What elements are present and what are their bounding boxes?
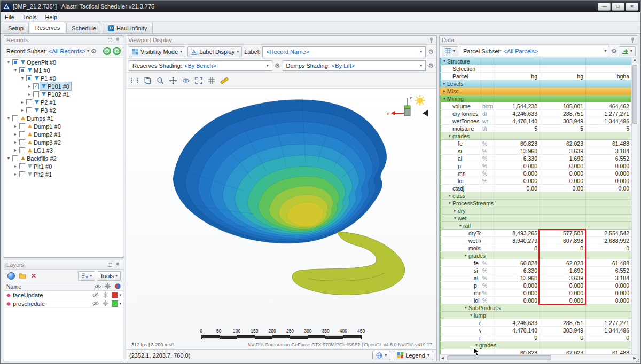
layer-row-preschedule[interactable]: ◆preschedule▾ [4, 299, 123, 308]
data-row-si[interactable]: si%13.9603.6393.184 [440, 147, 631, 155]
add-layer-button[interactable] [6, 271, 16, 281]
data-row-wettonnes[interactable]: wetTonnes8,940,279607,8982,688,992 [440, 237, 631, 244]
data-row-fe[interactable]: fe%60.82862.02361.488 [440, 140, 631, 147]
pin-icon[interactable] [114, 262, 121, 268]
tree-expand-icon[interactable]: ▸ [20, 100, 25, 105]
tab-haul-infinity[interactable]: H Haul Infinity [103, 23, 152, 33]
color-column-icon[interactable] [113, 283, 123, 289]
row-collapse-icon[interactable]: ▾ [447, 133, 452, 138]
ghost-icon[interactable] [100, 300, 111, 306]
row-expand-icon[interactable]: ▸ [442, 81, 447, 86]
dumps-shading-combo[interactable]: Dumps Shading: <By Lift> ▾ [283, 60, 426, 71]
visibility-column-icon[interactable] [92, 284, 103, 289]
reserves-shading-gear-icon[interactable]: ⚙ [275, 62, 280, 69]
tree-checkbox[interactable] [19, 139, 25, 145]
section-structure[interactable]: ▾Structure [440, 58, 631, 65]
data-row-loi[interactable]: loi%0.0000.0000.000 [440, 297, 631, 304]
data-row-ctadj[interactable]: ctadj0.000.000.00 [440, 185, 631, 192]
row-collapse-icon[interactable]: ▾ [442, 59, 447, 64]
pin-icon[interactable] [114, 37, 121, 43]
visibility-mode-button[interactable]: Visibility Mode ▾ [129, 46, 185, 57]
tab-schedule[interactable]: Schedule [66, 23, 101, 33]
tree-checkbox[interactable] [26, 75, 32, 81]
dumps-shading-gear-icon[interactable]: ⚙ [428, 62, 434, 69]
group-dry[interactable]: ▸dry [440, 207, 631, 215]
tree-expand-icon[interactable]: ▸ [20, 108, 25, 113]
refresh-records-button[interactable] [103, 47, 111, 55]
group-grades[interactable]: ▾grades [440, 252, 631, 259]
grid-toggle-button[interactable] [206, 75, 217, 86]
float-panel-icon[interactable] [107, 38, 113, 42]
group-wet[interactable]: ▾wet [440, 215, 631, 222]
row-collapse-icon[interactable]: ▾ [442, 96, 447, 101]
legend-button[interactable]: Legend ▾ [394, 351, 433, 360]
tree-expand-icon[interactable]: ▸ [27, 84, 32, 89]
tree-item-lg1-3[interactable]: ▸LG1 #3 [4, 146, 123, 154]
tree-checkbox[interactable] [26, 107, 32, 113]
tree-collapse-icon[interactable]: ▾ [6, 60, 11, 65]
data-row-moisture[interactable]: moisture000 [440, 244, 631, 252]
tree-collapse-icon[interactable]: ▾ [6, 156, 11, 161]
layer-color-swatch[interactable] [112, 292, 118, 298]
tree-item-p1-0[interactable]: ▾P1 #0 [4, 74, 123, 82]
data-row-si[interactable]: si%6.3301.6906.552 [440, 267, 631, 274]
tree-item-dumps-1[interactable]: ▾Dumps #1 [4, 114, 123, 122]
ghost-icon[interactable] [100, 292, 111, 298]
row-collapse-icon[interactable]: ▾ [447, 201, 452, 205]
parcel-subset-gear-icon[interactable]: ⚙ [611, 48, 617, 54]
ghost-column-icon[interactable] [103, 283, 113, 289]
data-row-loi[interactable]: loi%0.0000.0000.000 [440, 177, 631, 185]
data-row-al[interactable]: al%6.3301.6906.552 [440, 155, 631, 162]
group-grades[interactable]: ▾grades [440, 132, 631, 140]
tree-expand-icon[interactable]: ▸ [13, 124, 18, 129]
tree-checkbox[interactable] [19, 163, 25, 169]
tree-checkbox[interactable] [12, 59, 18, 65]
group-class[interactable]: ▸class [440, 192, 631, 200]
layer-row-faceupdate[interactable]: ◆faceUpdate▾ [4, 291, 123, 299]
scroll-left-icon[interactable]: ◀ [440, 355, 446, 361]
fit-view-button[interactable] [193, 75, 205, 86]
data-row-p[interactable]: p%0.0000.0000.000 [440, 282, 631, 289]
viewport-canvas[interactable]: z x 050100150200250300350400450 312 fps … [126, 89, 436, 349]
minimize-button[interactable]: — [598, 3, 611, 11]
tab-reserves[interactable]: Reserves [30, 22, 65, 33]
data-row-drytonnes[interactable]: dryTonnes4,246,633288,7511,277,271 [440, 319, 631, 327]
menu-help[interactable]: Help [41, 12, 61, 21]
layer-color-swatch[interactable] [112, 300, 118, 307]
sort-layers-button[interactable]: ▾ [78, 271, 95, 281]
tree-item-p3-2[interactable]: ▸P3 #2 [4, 106, 123, 114]
open-layer-button[interactable] [18, 271, 27, 281]
vertical-scroll-thumb[interactable] [632, 65, 637, 124]
tree-item-dump2-1[interactable]: ▸Dump2 #1 [4, 130, 123, 138]
tree-checkbox[interactable] [19, 171, 25, 177]
row-collapse-icon[interactable]: ▾ [468, 313, 474, 318]
tree-expand-icon[interactable]: ▸ [13, 164, 18, 169]
data-row-parcel[interactable]: Parcelbghghgha [440, 73, 631, 80]
pan-button[interactable] [167, 75, 179, 86]
visibility-off-icon[interactable] [90, 292, 100, 298]
tree-collapse-icon[interactable]: ▾ [20, 76, 25, 81]
row-collapse-icon[interactable]: ▾ [452, 216, 458, 220]
pages-button[interactable] [142, 75, 153, 86]
zoom-button[interactable] [154, 75, 166, 86]
tree-collapse-icon[interactable]: ▾ [13, 68, 18, 73]
record-subset-value[interactable]: <All Records> [49, 48, 85, 54]
data-row-wettonnes[interactable]: wetTonneswt4,470,140303,9491,344,496 [440, 117, 631, 125]
layer-color-dropdown-icon[interactable]: ▾ [119, 302, 121, 306]
section-misc[interactable]: ▸Misc [440, 88, 631, 95]
row-expand-icon[interactable]: ▸ [442, 89, 447, 93]
parcel-subset-combo[interactable]: Parcel Subset: <All Parcels> ▾ [460, 46, 609, 56]
horizontal-scroll-thumb[interactable] [447, 355, 551, 360]
tab-setup[interactable]: Setup [3, 23, 29, 33]
data-row-fe[interactable]: fe60.82862.02361.488 [440, 349, 631, 354]
reserves-shading-combo[interactable]: Reserves Shading: <By Bench> ▾ [129, 60, 272, 71]
tree-item-backfills-2[interactable]: ▾Backfills #2 [4, 154, 123, 162]
float-panel-icon[interactable] [107, 263, 113, 267]
tree-item-openpit-0[interactable]: ▾OpenPit #0 [4, 58, 123, 66]
tree-checkbox[interactable] [26, 99, 32, 105]
layer-color-dropdown-icon[interactable]: ▾ [119, 293, 121, 297]
measure-button[interactable] [218, 75, 230, 86]
close-button[interactable]: ✕ [626, 3, 638, 11]
label-combo[interactable]: <Record Name> ▾ [262, 46, 426, 57]
row-expand-icon[interactable]: ▸ [447, 193, 452, 198]
